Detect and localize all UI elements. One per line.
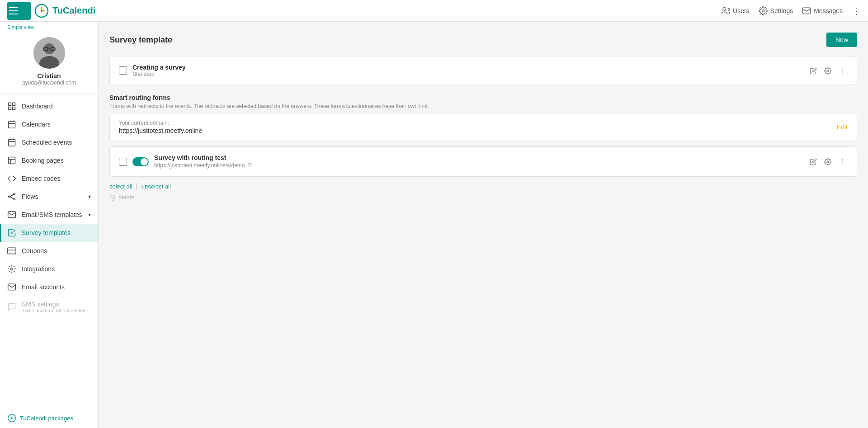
smart-routing-section: Smart routing forms Forms with redirects… bbox=[109, 94, 857, 109]
new-button[interactable]: New bbox=[826, 33, 857, 47]
svg-point-43 bbox=[842, 164, 843, 165]
sidebar-item-dashboard[interactable]: Dashboard bbox=[0, 97, 98, 115]
sidebar-item-survey-templates[interactable]: Survey templates bbox=[0, 224, 98, 242]
settings-nav-item[interactable]: Settings bbox=[759, 6, 793, 15]
sidebar-item-flows[interactable]: Flows ▾ bbox=[0, 188, 98, 206]
svg-rect-22 bbox=[9, 157, 15, 164]
sidebar-item-booking-pages[interactable]: Booking pages bbox=[0, 151, 98, 169]
survey-routing-card-actions bbox=[808, 156, 848, 168]
sidebar: Simple view Cristian ayuda@tucalendi.com bbox=[0, 22, 99, 428]
scheduled-events-icon bbox=[7, 138, 16, 147]
edit-icon bbox=[810, 67, 817, 75]
survey-more-button-creating[interactable] bbox=[837, 65, 848, 76]
delete-section[interactable]: delete bbox=[109, 194, 857, 201]
survey-type-creating: Standard bbox=[132, 71, 802, 77]
svg-rect-14 bbox=[9, 121, 15, 128]
svg-point-32 bbox=[11, 268, 13, 270]
nav-list: Dashboard Calendars Scheduled events B bbox=[0, 94, 98, 408]
svg-point-3 bbox=[762, 9, 764, 12]
domain-card: Your current domain: https://justtotest.… bbox=[109, 113, 857, 141]
svg-line-28 bbox=[10, 194, 14, 197]
survey-card-routing: Survey with routing test https://justtot… bbox=[109, 146, 857, 177]
svg-rect-30 bbox=[8, 248, 16, 254]
users-label: Users bbox=[733, 7, 750, 14]
sidebar-item-email-sms-templates[interactable]: Email/SMS templates ▾ bbox=[0, 206, 98, 224]
sms-settings-icon bbox=[7, 302, 16, 311]
survey-checkbox-creating[interactable] bbox=[119, 66, 127, 75]
sidebar-item-embed-codes[interactable]: Embed codes bbox=[0, 169, 98, 188]
copy-url-icon[interactable]: ⧉ bbox=[248, 161, 252, 169]
svg-point-2 bbox=[723, 7, 726, 10]
survey-card-actions bbox=[808, 65, 848, 76]
survey-more-button-routing[interactable] bbox=[837, 156, 848, 168]
svg-point-40 bbox=[827, 161, 829, 163]
sidebar-item-email-accounts[interactable]: Email accounts bbox=[0, 278, 98, 296]
sidebar-item-integrations[interactable]: Integrations bbox=[0, 260, 98, 278]
sidebar-label-email-accounts: Email accounts bbox=[22, 283, 65, 291]
sidebar-item-calendars[interactable]: Calendars bbox=[0, 115, 98, 133]
email-accounts-icon bbox=[7, 282, 16, 292]
trash-icon bbox=[109, 194, 116, 201]
packages-label: TuCalendi packages bbox=[20, 415, 73, 422]
survey-card-creating: Creating a survey Standard bbox=[109, 56, 857, 85]
survey-edit-button-routing[interactable] bbox=[808, 156, 819, 168]
messages-label: Messages bbox=[814, 7, 843, 14]
sidebar-item-scheduled-events[interactable]: Scheduled events bbox=[0, 133, 98, 151]
survey-templates-icon bbox=[7, 228, 16, 237]
unselect-all-button[interactable]: unselect all bbox=[142, 183, 171, 190]
avatar bbox=[33, 37, 65, 69]
survey-toggle-routing[interactable] bbox=[132, 157, 149, 166]
svg-point-25 bbox=[9, 196, 10, 197]
top-nav: TuCalendi Users Settings Messages ⋮ bbox=[0, 0, 868, 22]
users-nav-item[interactable]: Users bbox=[721, 6, 750, 15]
flows-chevron-icon: ▾ bbox=[88, 193, 91, 200]
svg-rect-10 bbox=[9, 103, 11, 106]
booking-pages-icon bbox=[7, 156, 16, 165]
sidebar-label-integrations: Integrations bbox=[22, 265, 55, 273]
svg-point-26 bbox=[14, 193, 15, 195]
sidebar-packages[interactable]: TuCalendi packages bbox=[0, 408, 98, 428]
gear-icon bbox=[824, 67, 831, 75]
sidebar-label-booking-pages: Booking pages bbox=[22, 157, 64, 164]
main-content: Survey template New Creating a survey St… bbox=[99, 22, 868, 428]
more-icon[interactable]: ⋮ bbox=[852, 5, 861, 16]
survey-checkbox-routing[interactable] bbox=[119, 158, 127, 166]
sidebar-label-dashboard: Dashboard bbox=[22, 103, 53, 110]
survey-settings-button-routing[interactable] bbox=[822, 156, 833, 168]
bulk-actions: select all | unselect all bbox=[109, 182, 857, 190]
domain-label: Your current domain: bbox=[119, 120, 202, 126]
svg-line-29 bbox=[10, 197, 14, 199]
messages-icon bbox=[802, 6, 811, 15]
brand-name: TuCalendi bbox=[52, 5, 95, 16]
user-profile: Cristian ayuda@tucalendi.com bbox=[0, 32, 98, 94]
survey-edit-button-creating[interactable] bbox=[808, 65, 819, 76]
settings-label: Settings bbox=[770, 7, 793, 14]
survey-routing-content: Survey with routing test https://justtot… bbox=[154, 154, 802, 169]
svg-point-37 bbox=[842, 68, 843, 69]
delete-label: delete bbox=[118, 194, 134, 201]
brand-logo[interactable]: TuCalendi bbox=[34, 4, 95, 18]
email-sms-templates-icon bbox=[7, 210, 16, 219]
dashboard-icon bbox=[7, 102, 16, 111]
select-all-button[interactable]: select all bbox=[109, 183, 132, 190]
domain-edit-link[interactable]: Edit bbox=[837, 123, 848, 131]
edit-icon bbox=[810, 158, 817, 165]
simple-view-label[interactable]: Simple view bbox=[0, 22, 98, 32]
survey-title-creating: Creating a survey bbox=[132, 64, 802, 71]
survey-settings-button-creating[interactable] bbox=[822, 65, 833, 76]
svg-point-36 bbox=[827, 70, 829, 72]
svg-point-42 bbox=[842, 161, 843, 162]
sidebar-item-coupons[interactable]: Coupons bbox=[0, 242, 98, 260]
sidebar-label-coupons: Coupons bbox=[22, 247, 47, 254]
sidebar-label-embed-codes: Embed codes bbox=[22, 175, 61, 182]
more-vertical-icon bbox=[839, 158, 846, 165]
svg-rect-12 bbox=[9, 107, 11, 110]
menu-toggle[interactable] bbox=[7, 2, 31, 20]
survey-card-content: Creating a survey Standard bbox=[132, 64, 802, 77]
messages-nav-item[interactable]: Messages bbox=[802, 6, 843, 15]
hamburger-icon bbox=[9, 4, 24, 18]
embed-codes-icon bbox=[7, 174, 16, 183]
sidebar-item-sms-settings[interactable]: SMS settings Twilio account not connecte… bbox=[0, 296, 98, 318]
sidebar-label-sms-settings: SMS settings bbox=[22, 301, 85, 308]
domain-value: https://justtotest.meetfy.online bbox=[119, 127, 202, 134]
